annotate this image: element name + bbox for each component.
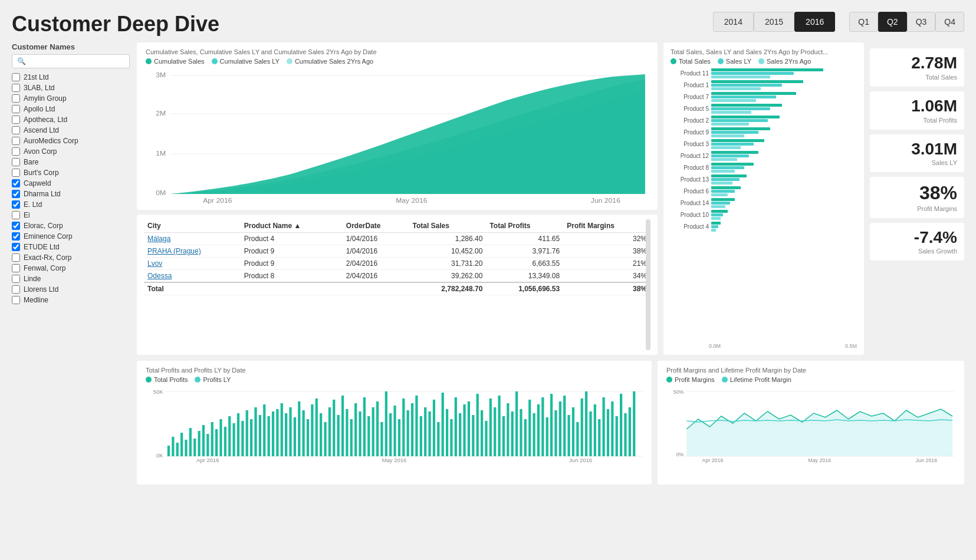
svg-text:3M: 3M xyxy=(156,72,166,78)
cell-city-0[interactable]: Málaga xyxy=(144,233,241,245)
sidebar-item-16[interactable]: ETUDE Ltd xyxy=(12,242,130,252)
sidebar-checkbox-0[interactable] xyxy=(12,73,20,81)
sidebar-checkbox-7[interactable] xyxy=(12,147,20,156)
sidebar-item-9[interactable]: Burt's Corp xyxy=(12,167,130,178)
svg-text:0M: 0M xyxy=(156,190,166,196)
sales-table: City Product Name ▲ OrderDate Total Sale… xyxy=(144,219,650,295)
col-header-product[interactable]: Product Name ▲ xyxy=(241,219,343,233)
cell-city-3[interactable]: Odessa xyxy=(144,270,241,283)
sidebar-item-18[interactable]: Fenwal, Corp xyxy=(12,263,130,274)
year-btn-2014[interactable]: 2014 xyxy=(713,12,754,32)
sidebar-item-19[interactable]: Linde xyxy=(12,274,130,284)
year-btn-2016[interactable]: 2016 xyxy=(794,12,835,32)
sidebar-item-11[interactable]: Dharma Ltd xyxy=(12,189,130,199)
quarter-btn-Q1[interactable]: Q1 xyxy=(849,12,878,32)
col-header-date[interactable]: OrderDate xyxy=(343,219,409,233)
sidebar-label-20: Llorens Ltd xyxy=(24,285,58,294)
svg-rect-91 xyxy=(498,396,500,456)
sidebar-item-17[interactable]: Exact-Rx, Corp xyxy=(12,252,130,263)
sidebar-checkbox-9[interactable] xyxy=(12,169,20,177)
col-header-margin[interactable]: Profit Margins xyxy=(563,219,650,233)
cell-city-1[interactable]: PRAHA (Prague) xyxy=(144,245,241,258)
svg-rect-38 xyxy=(268,416,270,456)
sidebar-checkbox-4[interactable] xyxy=(12,116,20,124)
sidebar-item-12[interactable]: E. Ltd xyxy=(12,199,130,210)
sidebar-checkbox-18[interactable] xyxy=(12,264,20,272)
cell-city-2[interactable]: Lvov xyxy=(144,258,241,270)
sidebar-checkbox-5[interactable] xyxy=(12,126,20,134)
customer-search-input[interactable] xyxy=(12,54,130,68)
svg-rect-21 xyxy=(193,439,196,456)
table-total-row: Total 2,782,248.70 1,056,696.53 38% xyxy=(144,282,650,295)
table-scrollbar[interactable] xyxy=(646,219,650,350)
sidebar-checkbox-10[interactable] xyxy=(12,179,20,187)
sidebar-item-7[interactable]: Avon Corp xyxy=(12,146,130,157)
sidebar-checkbox-2[interactable] xyxy=(12,94,20,103)
svg-rect-96 xyxy=(520,409,522,456)
svg-text:May 2016: May 2016 xyxy=(396,197,427,204)
sidebar-item-3[interactable]: Apollo Ltd xyxy=(12,104,130,114)
sidebar-checkbox-15[interactable] xyxy=(12,232,20,241)
bar-2yr-3 xyxy=(711,111,751,114)
area-chart-title: Cumulative Sales, Cumulative Sales LY an… xyxy=(146,48,649,55)
table-panel: City Product Name ▲ OrderDate Total Sale… xyxy=(137,215,658,355)
sidebar-item-2[interactable]: Amylin Group xyxy=(12,93,130,104)
sidebar-checkbox-19[interactable] xyxy=(12,275,20,283)
sidebar-item-14[interactable]: Elorac, Corp xyxy=(12,220,130,231)
col-header-sales[interactable]: Total Sales xyxy=(409,219,487,233)
quarter-btn-Q2[interactable]: Q2 xyxy=(878,12,907,32)
sidebar-item-8[interactable]: Bare xyxy=(12,157,130,167)
sidebar-items-list: 21st Ltd3LAB, LtdAmylin GroupApollo LtdA… xyxy=(12,72,130,305)
sidebar-item-10[interactable]: Capweld xyxy=(12,178,130,189)
bar-group-6 xyxy=(711,139,764,149)
sidebar-checkbox-16[interactable] xyxy=(12,243,20,251)
kpi-profit-margins: 38% Profit Margins xyxy=(870,177,964,218)
kpi-sales-ly-value: 3.01M xyxy=(877,140,957,159)
bottom-row: Total Profits and Profits LY by Date Tot… xyxy=(137,361,964,485)
sidebar-item-1[interactable]: 3LAB, Ltd xyxy=(12,83,130,93)
svg-rect-41 xyxy=(281,403,283,456)
sidebar-item-21[interactable]: Medline xyxy=(12,295,130,305)
sidebar-checkbox-13[interactable] xyxy=(12,211,20,219)
sidebar-checkbox-3[interactable] xyxy=(12,105,20,113)
sidebar-item-20[interactable]: Llorens Ltd xyxy=(12,284,130,295)
area-chart-legend: Cumulative Sales Cumulative Sales LY Cum… xyxy=(146,58,649,65)
sidebar-checkbox-20[interactable] xyxy=(12,285,20,294)
bar-group-8 xyxy=(711,163,754,173)
table-row-1: PRAHA (Prague) Product 9 1/04/2016 10,45… xyxy=(144,245,650,258)
bar-label-9: Product 13 xyxy=(671,176,709,183)
sidebar-checkbox-21[interactable] xyxy=(12,296,20,304)
year-btn-2015[interactable]: 2015 xyxy=(754,12,794,32)
sidebar-checkbox-12[interactable] xyxy=(12,200,20,209)
quarter-btn-Q4[interactable]: Q4 xyxy=(935,12,964,32)
cell-margin-0: 32% xyxy=(563,233,650,245)
bar-sales-8 xyxy=(711,163,754,166)
svg-rect-115 xyxy=(603,397,605,456)
sidebar-checkbox-1[interactable] xyxy=(12,84,20,92)
sidebar-item-0[interactable]: 21st Ltd xyxy=(12,72,130,83)
sidebar-checkbox-14[interactable] xyxy=(12,222,20,230)
svg-rect-22 xyxy=(198,431,201,456)
sidebar-checkbox-17[interactable] xyxy=(12,253,20,262)
bar-sales-12 xyxy=(711,210,728,213)
svg-rect-19 xyxy=(185,440,187,456)
col-header-profits[interactable]: Total Profits xyxy=(486,219,563,233)
profits-legend-total: Total Profits xyxy=(146,376,188,383)
sidebar-item-15[interactable]: Eminence Corp xyxy=(12,231,130,242)
svg-text:1M: 1M xyxy=(156,150,166,157)
quarter-btn-Q3[interactable]: Q3 xyxy=(907,12,936,32)
pm-legend-lifetime: Lifetime Profit Margin xyxy=(722,376,791,383)
sidebar-item-5[interactable]: Ascend Ltd xyxy=(12,125,130,136)
sidebar-checkbox-11[interactable] xyxy=(12,190,20,198)
col-header-city[interactable]: City xyxy=(144,219,241,233)
sidebar-checkbox-6[interactable] xyxy=(12,137,20,145)
profit-margins-legend: Profit Margins Lifetime Profit Margin xyxy=(666,376,955,383)
bar-sales-11 xyxy=(711,198,735,201)
svg-rect-108 xyxy=(572,407,574,456)
kpi-total-sales: 2.78M Total Sales xyxy=(870,48,964,87)
sidebar-item-6[interactable]: AuroMedics Corp xyxy=(12,136,130,146)
sidebar-checkbox-8[interactable] xyxy=(12,158,20,166)
svg-rect-52 xyxy=(328,407,331,456)
sidebar-item-4[interactable]: Apotheca, Ltd xyxy=(12,114,130,125)
sidebar-item-13[interactable]: Ei xyxy=(12,210,130,220)
